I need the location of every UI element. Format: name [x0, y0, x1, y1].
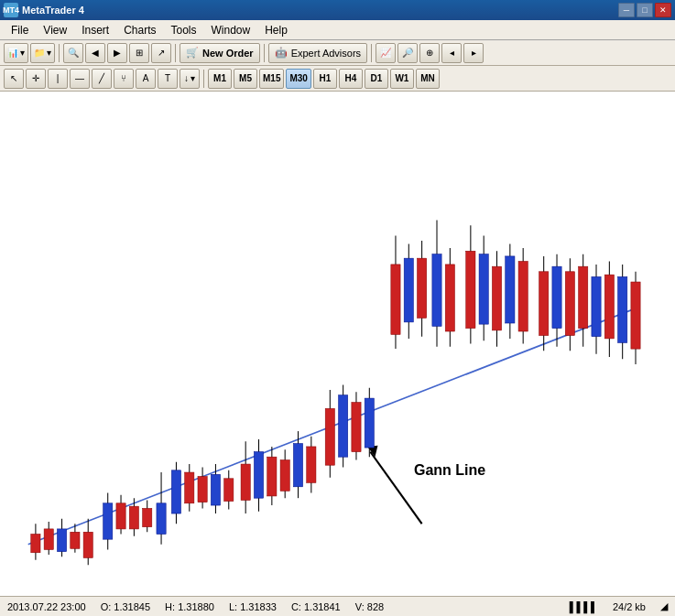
pitchfork-btn[interactable]: ⑂ [114, 69, 134, 89]
menu-tools[interactable]: Tools [164, 22, 204, 38]
svg-rect-33 [224, 479, 234, 502]
forward-btn[interactable]: ▶ [107, 43, 127, 63]
robot-icon: 🤖 [275, 47, 288, 59]
trendline-btn[interactable]: ╱ [92, 69, 112, 89]
folder-icon: 📁 [34, 48, 45, 58]
status-filesize: 24/2 kb [613, 601, 646, 612]
svg-rect-37 [254, 452, 263, 499]
chart-area[interactable]: Gann Line [0, 92, 675, 596]
window-controls: ─ □ ✕ [618, 3, 671, 17]
zoom-out-icon: 🔎 [402, 48, 413, 58]
export-icon: ↗ [158, 48, 165, 58]
svg-rect-45 [307, 447, 316, 482]
label-btn[interactable]: T [158, 69, 178, 89]
tf-m5[interactable]: M5 [234, 69, 257, 89]
svg-rect-55 [391, 265, 400, 334]
svg-rect-65 [466, 251, 475, 328]
tf-d1[interactable]: D1 [365, 69, 388, 89]
svg-rect-53 [365, 398, 374, 448]
arrow-btn[interactable]: ↓ ▾ [180, 69, 200, 89]
text-btn[interactable]: A [136, 69, 156, 89]
svg-rect-39 [267, 457, 277, 496]
menu-view[interactable]: View [36, 22, 74, 38]
status-datetime: 2013.07.22 23:00 [7, 601, 86, 612]
magnify-btn[interactable]: ⊕ [419, 43, 440, 63]
chart-type-btn[interactable]: 📈 [376, 43, 396, 63]
new-order-button[interactable]: 🛒 New Order [180, 43, 260, 63]
menu-insert[interactable]: Insert [74, 22, 116, 38]
svg-rect-43 [293, 444, 302, 487]
svg-rect-29 [198, 477, 207, 503]
svg-rect-7 [44, 529, 53, 549]
back-btn[interactable]: ◀ [85, 43, 105, 63]
svg-rect-0 [0, 92, 675, 596]
status-resize-icon: ◢ [660, 600, 668, 612]
menu-help[interactable]: Help [257, 22, 295, 38]
status-bar: 2013.07.22 23:00 O: 1.31845 H: 1.31880 L… [0, 596, 675, 616]
svg-rect-21 [143, 508, 152, 526]
svg-rect-81 [579, 266, 588, 328]
arr-dropdown: ▾ [191, 73, 195, 83]
expert-advisors-button[interactable]: 🤖 Expert Advisors [268, 43, 367, 63]
label-icon: T [165, 73, 170, 83]
svg-rect-89 [631, 282, 640, 349]
sep3 [264, 44, 265, 62]
grid-btn[interactable]: ⊞ [129, 43, 149, 63]
close-button[interactable]: ✕ [655, 3, 671, 17]
svg-rect-5 [31, 535, 40, 553]
tf-m30[interactable]: M30 [286, 69, 310, 89]
left-icon: ◂ [450, 48, 454, 58]
svg-rect-13 [83, 532, 93, 557]
status-high: H: 1.31880 [165, 601, 214, 612]
svg-rect-19 [129, 506, 138, 529]
svg-rect-51 [352, 403, 361, 452]
svg-rect-15 [103, 503, 113, 539]
maximize-button[interactable]: □ [637, 3, 653, 17]
open-btn[interactable]: 📁 ▾ [30, 43, 55, 63]
svg-rect-85 [604, 275, 614, 339]
right-shift-btn[interactable]: ▸ [463, 43, 484, 63]
svg-rect-49 [339, 395, 348, 457]
sep1 [59, 44, 60, 62]
svg-rect-47 [325, 408, 334, 465]
svg-rect-31 [211, 474, 220, 505]
crosshair-btn[interactable]: ✛ [26, 69, 46, 89]
vertical-line-btn[interactable]: | [48, 69, 68, 89]
svg-rect-27 [185, 472, 194, 503]
horizontal-line-btn[interactable]: — [70, 69, 90, 89]
order-icon: 🛒 [186, 47, 199, 59]
tf-h1[interactable]: H1 [313, 69, 337, 89]
zoom-out-chart-btn[interactable]: 🔎 [397, 43, 418, 63]
svg-rect-59 [418, 258, 427, 318]
tf-h4[interactable]: H4 [339, 69, 363, 89]
svg-rect-87 [618, 276, 627, 342]
menu-file[interactable]: File [4, 22, 36, 38]
text-icon: A [143, 73, 149, 83]
export-btn[interactable]: ↗ [151, 43, 171, 63]
status-open: O: 1.31845 [101, 601, 150, 612]
cursor-icon: ↖ [10, 73, 17, 83]
toolbar-drawing: ↖ ✛ | — ╱ ⑂ A T ↓ ▾ M1 M5 M15 M30 [0, 66, 675, 92]
new-chart-btn[interactable]: 📊 ▾ [4, 43, 28, 63]
cursor-btn[interactable]: ↖ [4, 69, 24, 89]
menu-window[interactable]: Window [204, 22, 258, 38]
status-volume: V: 828 [355, 601, 384, 612]
zoom-in-btn[interactable]: 🔍 [63, 43, 83, 63]
trendline-icon: ╱ [99, 73, 104, 83]
tf-mn[interactable]: MN [416, 69, 440, 89]
dropdown-arrow2: ▾ [47, 48, 51, 58]
tf-w1[interactable]: W1 [390, 69, 414, 89]
svg-rect-71 [506, 256, 515, 323]
svg-rect-17 [116, 503, 125, 529]
menu-charts[interactable]: Charts [116, 22, 163, 38]
hline-icon: — [75, 73, 84, 83]
svg-rect-83 [592, 276, 601, 336]
tf-m15[interactable]: M15 [259, 69, 284, 89]
svg-rect-61 [432, 254, 441, 327]
left-shift-btn[interactable]: ◂ [441, 43, 462, 63]
svg-rect-73 [518, 262, 528, 331]
tf-m1[interactable]: M1 [208, 69, 232, 89]
app-window: MT4 MetaTrader 4 ─ □ ✕ File View Insert … [0, 0, 675, 616]
status-close: C: 1.31841 [291, 601, 341, 612]
minimize-button[interactable]: ─ [618, 3, 635, 17]
